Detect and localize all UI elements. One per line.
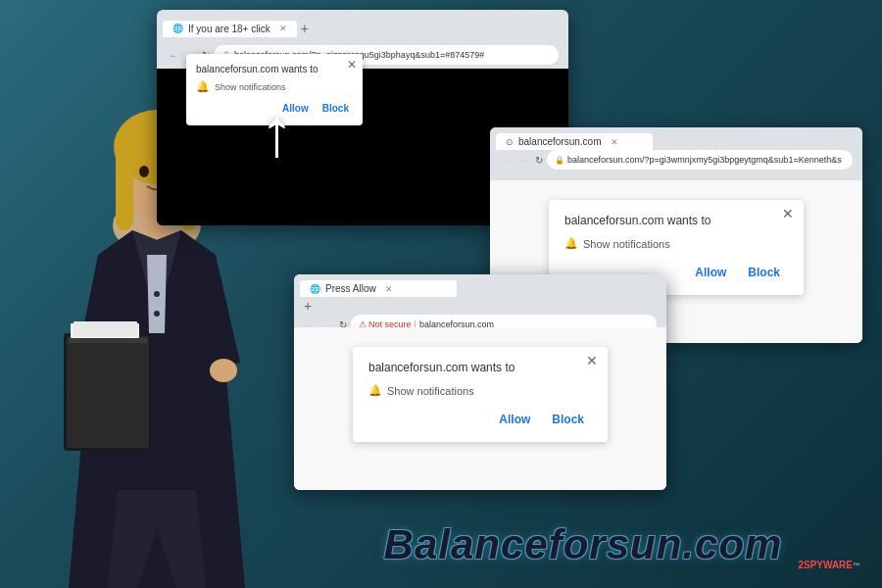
nav-back-btn-back[interactable]: ← xyxy=(167,50,180,61)
address-url-mid: balanceforsun.com/?p=gi3wmnjxmy5gi3bpgey… xyxy=(567,155,842,165)
allow-button-front[interactable]: Allow xyxy=(491,409,538,430)
nav-forward-btn-mid[interactable]: → xyxy=(517,155,531,166)
tab-bar-front: 🌐 Press Allow ✕ + xyxy=(300,280,661,315)
svg-rect-3 xyxy=(116,152,133,230)
browser-chrome-front: 🌐 Press Allow ✕ + ← → ↻ ⚠ Not secure | b… xyxy=(294,274,666,327)
svg-rect-12 xyxy=(74,321,137,336)
tab-bar-mid: ⊙ balanceforsun.com ✕ xyxy=(496,133,857,150)
bell-icon-front: 🔔 xyxy=(368,384,382,397)
block-button-back[interactable]: Block xyxy=(318,101,353,116)
tab-active-mid[interactable]: ⊙ balanceforsun.com ✕ xyxy=(496,133,653,150)
allow-button-mid[interactable]: Allow xyxy=(687,262,734,283)
svg-point-5 xyxy=(139,166,149,177)
bell-icon-mid: 🔔 xyxy=(564,237,578,250)
browser-chrome-mid: ⊙ balanceforsun.com ✕ ← → ↻ 🔒 balancefor… xyxy=(490,127,862,180)
arrow-overlay: ↑ xyxy=(260,98,294,167)
svg-point-13 xyxy=(210,359,237,382)
notif-body-text-front: Show notifications xyxy=(387,385,474,397)
tab-bar-back: 🌐 If you are 18+ click ✕ + xyxy=(163,16,563,41)
spyware-badge: 2SPYWARE™ xyxy=(798,560,860,570)
tab-label-front: Press Allow xyxy=(325,283,376,294)
notif-body-front: 🔔 Show notifications xyxy=(368,384,592,397)
notif-body-text-back: Show notifications xyxy=(215,82,286,92)
lock-icon-mid: 🔒 xyxy=(555,156,564,165)
notif-title-back: balanceforsun.com wants to xyxy=(196,64,353,74)
tab-new-back[interactable]: + xyxy=(301,21,309,36)
page-title-area: Balanceforsun.com xyxy=(294,521,872,568)
tab-close-front[interactable]: ✕ xyxy=(385,284,393,294)
address-bar-mid: ← → ↻ 🔒 balanceforsun.com/?p=gi3wmnjxmy5… xyxy=(496,150,857,170)
page-title: Balanceforsun.com xyxy=(294,521,872,568)
notif-body-mid: 🔔 Show notifications xyxy=(564,237,788,250)
notif-body-back: 🔔 Show notifications xyxy=(196,80,353,93)
notif-close-back[interactable]: ✕ xyxy=(347,58,357,72)
notif-title-front: balanceforsun.com wants to xyxy=(368,361,592,374)
tab-new-front[interactable]: + xyxy=(304,298,312,314)
address-input-mid[interactable]: 🔒 balanceforsun.com/?p=gi3wmnjxmy5gi3bpg… xyxy=(547,150,853,170)
refresh-btn-mid[interactable]: ↻ xyxy=(535,155,543,166)
spyware-label: 2SPYWARE xyxy=(798,560,853,570)
notif-buttons-front: Allow Block xyxy=(368,409,592,430)
block-button-mid[interactable]: Block xyxy=(740,262,788,283)
browser-window-front: 🌐 Press Allow ✕ + ← → ↻ ⚠ Not secure | b… xyxy=(294,274,666,490)
browser-content-front: ✕ balanceforsun.com wants to 🔔 Show noti… xyxy=(294,327,666,490)
notif-popup-front: ✕ balanceforsun.com wants to 🔔 Show noti… xyxy=(353,347,608,442)
notif-close-front[interactable]: ✕ xyxy=(586,353,598,368)
nav-back-btn-mid[interactable]: ← xyxy=(500,155,514,166)
notif-body-text-mid: Show notifications xyxy=(583,238,670,250)
tab-label-mid: balanceforsun.com xyxy=(518,136,602,147)
notif-title-mid: balanceforsun.com wants to xyxy=(564,214,788,227)
tab-label-back: If you are 18+ click xyxy=(188,24,270,34)
svg-point-14 xyxy=(154,291,160,297)
tab-active-front[interactable]: 🌐 Press Allow ✕ xyxy=(300,280,457,297)
svg-point-15 xyxy=(154,311,160,317)
svg-rect-9 xyxy=(67,336,149,448)
tab-close-mid[interactable]: ✕ xyxy=(611,137,618,147)
tab-close-back[interactable]: ✕ xyxy=(279,24,287,33)
notif-close-mid[interactable]: ✕ xyxy=(782,206,794,221)
block-button-front[interactable]: Block xyxy=(544,409,592,430)
svg-rect-10 xyxy=(69,338,147,343)
tab-active-back[interactable]: 🌐 If you are 18+ click ✕ xyxy=(163,21,297,37)
bell-icon-back: 🔔 xyxy=(196,80,210,93)
